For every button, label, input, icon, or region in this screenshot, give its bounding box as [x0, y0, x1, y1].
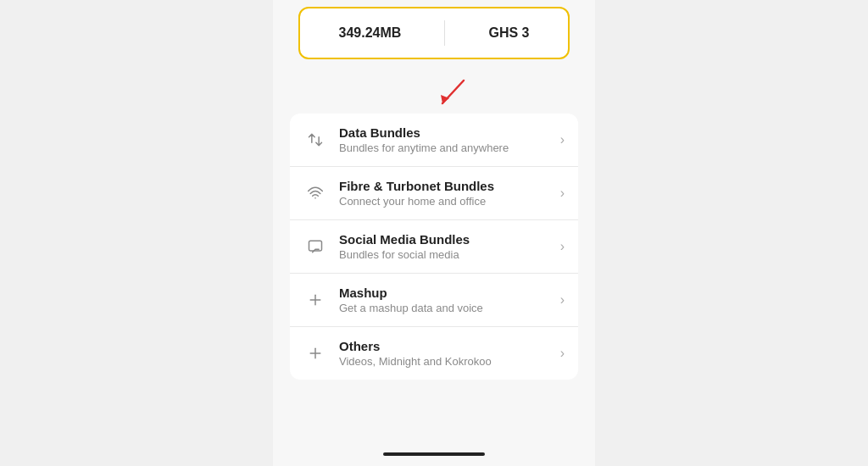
- fibre-bundles-subtitle: Connect your home and office: [339, 195, 554, 208]
- data-bundles-text: Data Bundles Bundles for anytime and any…: [339, 125, 554, 154]
- data-amount: 349.24MB: [339, 25, 402, 41]
- chevron-right-icon: ›: [560, 132, 565, 147]
- menu-item-social-media-bundles[interactable]: Social Media Bundles Bundles for social …: [290, 220, 578, 274]
- chevron-right-icon: ›: [560, 239, 565, 254]
- fibre-bundles-text: Fibre & Turbonet Bundles Connect your ho…: [339, 179, 554, 208]
- others-title: Others: [339, 339, 554, 353]
- chevron-right-icon: ›: [560, 186, 565, 201]
- fibre-bundles-title: Fibre & Turbonet Bundles: [339, 179, 554, 193]
- others-text: Others Videos, Midnight and Kokrokoo: [339, 339, 554, 368]
- red-arrow-icon: [426, 76, 476, 110]
- menu-list: Data Bundles Bundles for anytime and any…: [290, 114, 578, 380]
- card-divider: [444, 20, 445, 46]
- chat-icon: [303, 235, 327, 258]
- social-media-bundles-subtitle: Bundles for social media: [339, 248, 554, 261]
- mashup-text: Mashup Get a mashup data and voice: [339, 286, 554, 314]
- price-amount: GHS 3: [488, 25, 529, 41]
- others-subtitle: Videos, Midnight and Kokrokoo: [339, 355, 554, 368]
- menu-item-data-bundles[interactable]: Data Bundles Bundles for anytime and any…: [290, 114, 578, 167]
- plus-icon: [303, 288, 327, 312]
- data-value: 349.24MB: [339, 25, 402, 41]
- social-media-bundles-title: Social Media Bundles: [339, 232, 554, 247]
- menu-item-mashup[interactable]: Mashup Get a mashup data and voice ›: [290, 274, 578, 327]
- mashup-subtitle: Get a mashup data and voice: [339, 302, 554, 314]
- svg-point-2: [314, 197, 316, 199]
- menu-item-fibre-bundles[interactable]: Fibre & Turbonet Bundles Connect your ho…: [290, 167, 578, 220]
- wifi-icon: [303, 181, 327, 205]
- home-indicator: [383, 452, 485, 456]
- mashup-title: Mashup: [339, 286, 554, 300]
- data-bundles-subtitle: Bundles for anytime and anywhere: [339, 141, 554, 154]
- transfer-icon: [303, 128, 327, 152]
- chevron-right-icon: ›: [560, 346, 565, 361]
- plus-icon-others: [303, 341, 327, 365]
- data-bundles-title: Data Bundles: [339, 125, 554, 140]
- menu-item-others[interactable]: Others Videos, Midnight and Kokrokoo ›: [290, 327, 578, 380]
- chevron-right-icon: ›: [560, 292, 565, 308]
- price-value: GHS 3: [488, 25, 529, 41]
- phone-container: 349.24MB GHS 3 Data Bundles: [273, 0, 595, 466]
- arrow-annotation-container: [298, 76, 570, 110]
- social-media-bundles-text: Social Media Bundles Bundles for social …: [339, 232, 554, 261]
- top-card: 349.24MB GHS 3: [298, 7, 570, 59]
